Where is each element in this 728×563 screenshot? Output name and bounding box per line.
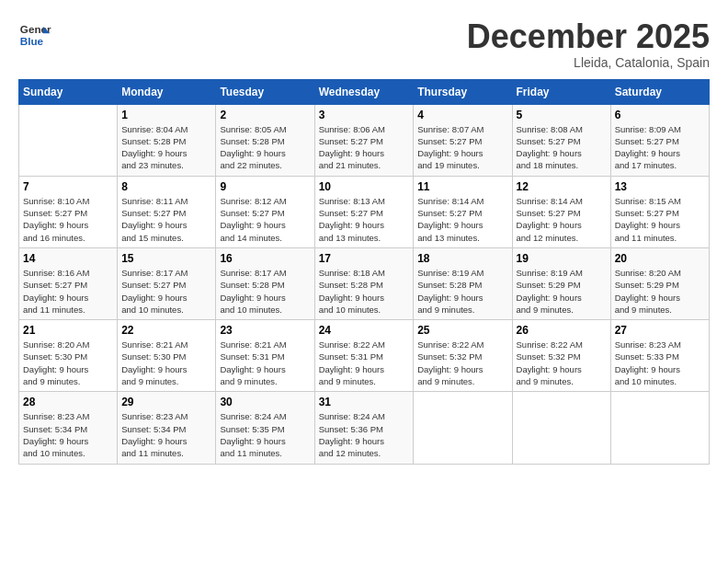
- calendar-cell: 26Sunrise: 8:22 AM Sunset: 5:32 PM Dayli…: [512, 320, 610, 392]
- calendar-cell: 20Sunrise: 8:20 AM Sunset: 5:29 PM Dayli…: [610, 247, 709, 319]
- calendar-cell: 5Sunrise: 8:08 AM Sunset: 5:27 PM Daylig…: [512, 104, 610, 176]
- calendar-cell: 16Sunrise: 8:17 AM Sunset: 5:28 PM Dayli…: [216, 247, 314, 319]
- calendar-cell: 2Sunrise: 8:05 AM Sunset: 5:28 PM Daylig…: [216, 104, 314, 176]
- svg-text:Blue: Blue: [20, 35, 44, 47]
- cell-info: Sunrise: 8:17 AM Sunset: 5:27 PM Dayligh…: [121, 267, 211, 316]
- cell-info: Sunrise: 8:22 AM Sunset: 5:32 PM Dayligh…: [417, 339, 507, 387]
- weekday-header: Monday: [118, 79, 216, 104]
- cell-info: Sunrise: 8:07 AM Sunset: 5:27 PM Dayligh…: [417, 123, 507, 172]
- day-number: 16: [220, 252, 310, 265]
- day-number: 12: [517, 180, 607, 193]
- calendar-cell: 30Sunrise: 8:24 AM Sunset: 5:35 PM Dayli…: [216, 392, 314, 464]
- weekday-header: Wednesday: [314, 79, 414, 104]
- calendar-week-row: 1Sunrise: 8:04 AM Sunset: 5:28 PM Daylig…: [19, 104, 710, 176]
- calendar-cell: 10Sunrise: 8:13 AM Sunset: 5:27 PM Dayli…: [314, 176, 414, 247]
- page-header: General Blue December 2025 Lleida, Catal…: [18, 18, 710, 70]
- day-number: 6: [615, 109, 705, 121]
- calendar-cell: 29Sunrise: 8:23 AM Sunset: 5:34 PM Dayli…: [118, 392, 216, 464]
- cell-info: Sunrise: 8:11 AM Sunset: 5:27 PM Dayligh…: [121, 195, 211, 244]
- day-number: 8: [121, 180, 211, 193]
- cell-info: Sunrise: 8:19 AM Sunset: 5:29 PM Dayligh…: [517, 267, 607, 316]
- weekday-header: Saturday: [610, 79, 709, 104]
- calendar-cell: 27Sunrise: 8:23 AM Sunset: 5:33 PM Dayli…: [610, 320, 709, 392]
- calendar-cell: 11Sunrise: 8:14 AM Sunset: 5:27 PM Dayli…: [414, 176, 512, 247]
- cell-info: Sunrise: 8:19 AM Sunset: 5:28 PM Dayligh…: [417, 267, 507, 316]
- day-number: 30: [220, 396, 310, 408]
- cell-info: Sunrise: 8:24 AM Sunset: 5:35 PM Dayligh…: [220, 410, 310, 459]
- location: Lleida, Catalonia, Spain: [467, 55, 710, 70]
- day-number: 5: [517, 109, 607, 121]
- cell-info: Sunrise: 8:14 AM Sunset: 5:27 PM Dayligh…: [417, 195, 507, 244]
- cell-info: Sunrise: 8:13 AM Sunset: 5:27 PM Dayligh…: [319, 195, 410, 244]
- day-number: 13: [615, 180, 705, 193]
- calendar-week-row: 14Sunrise: 8:16 AM Sunset: 5:27 PM Dayli…: [19, 247, 710, 319]
- cell-info: Sunrise: 8:24 AM Sunset: 5:36 PM Dayligh…: [319, 410, 410, 459]
- cell-info: Sunrise: 8:22 AM Sunset: 5:32 PM Dayligh…: [517, 339, 607, 387]
- calendar-cell: [19, 104, 118, 176]
- calendar-table: SundayMondayTuesdayWednesdayThursdayFrid…: [18, 79, 710, 465]
- calendar-cell: 23Sunrise: 8:21 AM Sunset: 5:31 PM Dayli…: [216, 320, 314, 392]
- calendar-cell: [512, 392, 610, 464]
- day-number: 14: [23, 252, 113, 265]
- calendar-cell: 17Sunrise: 8:18 AM Sunset: 5:28 PM Dayli…: [314, 247, 414, 319]
- calendar-cell: 18Sunrise: 8:19 AM Sunset: 5:28 PM Dayli…: [414, 247, 512, 319]
- day-number: 27: [615, 324, 705, 337]
- cell-info: Sunrise: 8:21 AM Sunset: 5:30 PM Dayligh…: [121, 339, 211, 387]
- cell-info: Sunrise: 8:20 AM Sunset: 5:29 PM Dayligh…: [615, 267, 705, 316]
- day-number: 21: [23, 324, 113, 337]
- calendar-cell: 14Sunrise: 8:16 AM Sunset: 5:27 PM Dayli…: [19, 247, 118, 319]
- day-number: 29: [121, 396, 211, 408]
- calendar-cell: 4Sunrise: 8:07 AM Sunset: 5:27 PM Daylig…: [414, 104, 512, 176]
- day-number: 4: [417, 109, 507, 121]
- cell-info: Sunrise: 8:05 AM Sunset: 5:28 PM Dayligh…: [220, 123, 310, 172]
- cell-info: Sunrise: 8:18 AM Sunset: 5:28 PM Dayligh…: [319, 267, 410, 316]
- day-number: 17: [319, 252, 410, 265]
- calendar-cell: 28Sunrise: 8:23 AM Sunset: 5:34 PM Dayli…: [19, 392, 118, 464]
- calendar-week-row: 7Sunrise: 8:10 AM Sunset: 5:27 PM Daylig…: [19, 176, 710, 247]
- cell-info: Sunrise: 8:22 AM Sunset: 5:31 PM Dayligh…: [319, 339, 410, 387]
- logo-icon: General Blue: [18, 18, 51, 52]
- month-title: December 2025: [467, 18, 710, 55]
- day-number: 15: [121, 252, 211, 265]
- calendar-week-row: 28Sunrise: 8:23 AM Sunset: 5:34 PM Dayli…: [19, 392, 710, 464]
- weekday-header: Tuesday: [216, 79, 314, 104]
- cell-info: Sunrise: 8:21 AM Sunset: 5:31 PM Dayligh…: [220, 339, 310, 387]
- cell-info: Sunrise: 8:10 AM Sunset: 5:27 PM Dayligh…: [23, 195, 113, 244]
- calendar-cell: 15Sunrise: 8:17 AM Sunset: 5:27 PM Dayli…: [118, 247, 216, 319]
- cell-info: Sunrise: 8:17 AM Sunset: 5:28 PM Dayligh…: [220, 267, 310, 316]
- calendar-cell: 8Sunrise: 8:11 AM Sunset: 5:27 PM Daylig…: [118, 176, 216, 247]
- day-number: 23: [220, 324, 310, 337]
- cell-info: Sunrise: 8:23 AM Sunset: 5:33 PM Dayligh…: [615, 339, 705, 387]
- day-number: 7: [23, 180, 113, 193]
- day-number: 11: [417, 180, 507, 193]
- day-number: 19: [517, 252, 607, 265]
- cell-info: Sunrise: 8:15 AM Sunset: 5:27 PM Dayligh…: [615, 195, 705, 244]
- calendar-cell: 19Sunrise: 8:19 AM Sunset: 5:29 PM Dayli…: [512, 247, 610, 319]
- cell-info: Sunrise: 8:06 AM Sunset: 5:27 PM Dayligh…: [319, 123, 410, 172]
- weekday-header: Thursday: [414, 79, 512, 104]
- day-number: 3: [319, 109, 410, 121]
- cell-info: Sunrise: 8:23 AM Sunset: 5:34 PM Dayligh…: [121, 410, 211, 459]
- day-number: 2: [220, 109, 310, 121]
- svg-text:General: General: [20, 23, 51, 35]
- calendar-cell: 24Sunrise: 8:22 AM Sunset: 5:31 PM Dayli…: [314, 320, 414, 392]
- day-number: 31: [319, 396, 410, 408]
- calendar-cell: 12Sunrise: 8:14 AM Sunset: 5:27 PM Dayli…: [512, 176, 610, 247]
- day-number: 26: [517, 324, 607, 337]
- calendar-cell: 21Sunrise: 8:20 AM Sunset: 5:30 PM Dayli…: [19, 320, 118, 392]
- calendar-cell: 22Sunrise: 8:21 AM Sunset: 5:30 PM Dayli…: [118, 320, 216, 392]
- cell-info: Sunrise: 8:16 AM Sunset: 5:27 PM Dayligh…: [23, 267, 113, 316]
- cell-info: Sunrise: 8:14 AM Sunset: 5:27 PM Dayligh…: [517, 195, 607, 244]
- cell-info: Sunrise: 8:20 AM Sunset: 5:30 PM Dayligh…: [23, 339, 113, 387]
- day-number: 22: [121, 324, 211, 337]
- calendar-cell: 6Sunrise: 8:09 AM Sunset: 5:27 PM Daylig…: [610, 104, 709, 176]
- day-number: 25: [417, 324, 507, 337]
- calendar-cell: 9Sunrise: 8:12 AM Sunset: 5:27 PM Daylig…: [216, 176, 314, 247]
- weekday-header-row: SundayMondayTuesdayWednesdayThursdayFrid…: [19, 79, 710, 104]
- cell-info: Sunrise: 8:04 AM Sunset: 5:28 PM Dayligh…: [121, 123, 211, 172]
- day-number: 9: [220, 180, 310, 193]
- cell-info: Sunrise: 8:08 AM Sunset: 5:27 PM Dayligh…: [517, 123, 607, 172]
- cell-info: Sunrise: 8:23 AM Sunset: 5:34 PM Dayligh…: [23, 410, 113, 459]
- calendar-cell: 1Sunrise: 8:04 AM Sunset: 5:28 PM Daylig…: [118, 104, 216, 176]
- day-number: 28: [23, 396, 113, 408]
